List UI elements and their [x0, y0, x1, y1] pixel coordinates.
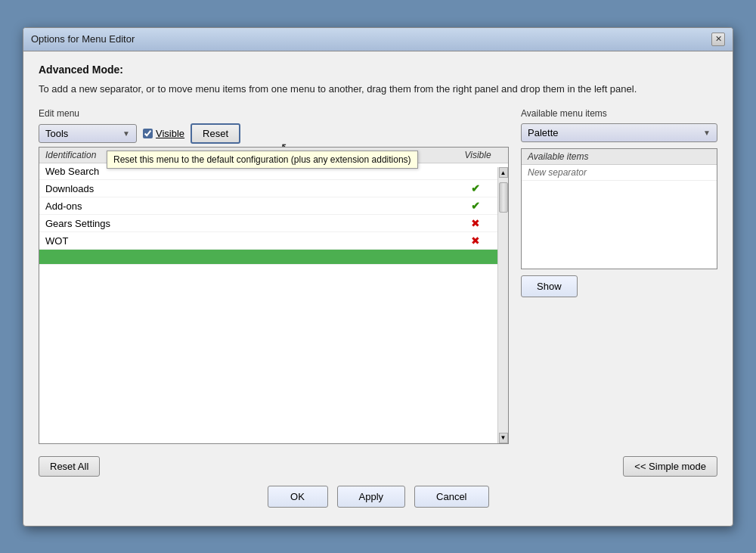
edit-menu-dropdown[interactable]: Tools ▼ — [39, 124, 137, 143]
table-row[interactable]: Gears Settings ✖ — [39, 215, 508, 232]
title-bar: Options for Menu Editor ✕ — [23, 28, 733, 51]
ok-button[interactable]: OK — [268, 486, 328, 508]
available-list-container: Available items New separator — [521, 148, 717, 269]
left-controls-row: Tools ▼ Visible Reset Reset this menu to… — [39, 123, 509, 144]
options-dialog: Options for Menu Editor ✕ Advanced Mode:… — [23, 27, 733, 527]
reset-all-button[interactable]: Reset All — [39, 456, 100, 477]
visible-text: Visible — [156, 128, 184, 139]
header-visible: Visible — [448, 148, 508, 163]
palette-value: Palette — [528, 127, 558, 138]
menu-item-name: Add-ons — [45, 200, 449, 212]
dialog-buttons: OK Apply Cancel — [39, 486, 717, 514]
edit-menu-value: Tools — [45, 128, 68, 139]
left-panel: Edit menu Tools ▼ Visible Reset Reset th… — [39, 108, 509, 444]
close-icon: ✕ — [715, 34, 722, 44]
right-panel-controls: Palette ▼ Available items New separator … — [521, 123, 717, 297]
list-item[interactable]: New separator — [522, 165, 717, 181]
right-panel-label: Available menu items — [521, 108, 717, 119]
close-button[interactable]: ✕ — [711, 33, 725, 46]
dropdown-arrow-icon: ▼ — [122, 129, 130, 138]
bottom-row: Reset All << Simple mode — [39, 456, 717, 477]
advanced-mode-title: Advanced Mode: — [39, 64, 717, 76]
menu-item-name: Downloads — [45, 183, 449, 194]
scrollbar-thumb[interactable] — [499, 182, 508, 213]
dialog-title: Options for Menu Editor — [31, 33, 135, 45]
menu-item-visible: ✖ — [449, 217, 502, 229]
table-row[interactable]: Downloads ✔ — [39, 180, 508, 197]
table-row[interactable]: Add-ons ✔ — [39, 197, 508, 215]
visible-checkbox[interactable] — [143, 129, 153, 138]
dropdown-arrow-icon: ▼ — [703, 129, 711, 137]
menu-list-container: Identification Visible Web Search Downlo… — [39, 147, 509, 444]
menu-item-visible: ✔ — [449, 200, 502, 212]
reset-tooltip: Reset this menu to the default configura… — [107, 151, 418, 169]
scrollbar-track: ▲ ▼ — [497, 167, 508, 443]
show-button[interactable]: Show — [521, 275, 578, 297]
panels-container: Edit menu Tools ▼ Visible Reset Reset th… — [39, 108, 717, 444]
cancel-button[interactable]: Cancel — [414, 486, 488, 508]
new-separator-label: New separator — [528, 167, 587, 178]
reset-button[interactable]: Reset — [191, 123, 240, 144]
available-list-header: Available items — [522, 149, 717, 165]
table-row[interactable] — [39, 250, 508, 265]
scrollbar-down-arrow[interactable]: ▼ — [499, 433, 508, 443]
scrollbar-up-arrow[interactable]: ▲ — [499, 167, 508, 178]
table-row[interactable]: WOT ✖ — [39, 232, 508, 250]
right-panel: Available menu items Palette ▼ Available… — [521, 108, 717, 444]
visible-checkbox-label[interactable]: Visible — [143, 128, 184, 139]
palette-dropdown[interactable]: Palette ▼ — [521, 123, 717, 142]
menu-item-name: Gears Settings — [45, 218, 449, 229]
left-panel-label: Edit menu — [39, 108, 509, 119]
simple-mode-button[interactable]: << Simple mode — [623, 456, 717, 477]
menu-item-visible: ✖ — [449, 235, 502, 247]
apply-button[interactable]: Apply — [337, 486, 406, 508]
menu-item-visible: ✔ — [449, 182, 502, 194]
menu-item-name: WOT — [45, 235, 449, 247]
dialog-body: Advanced Mode: To add a new separator, o… — [23, 51, 733, 526]
description-text: To add a new separator, or to move menu … — [39, 82, 717, 97]
menu-items-list: Web Search Downloads ✔ Add-ons ✔ — [39, 163, 508, 440]
